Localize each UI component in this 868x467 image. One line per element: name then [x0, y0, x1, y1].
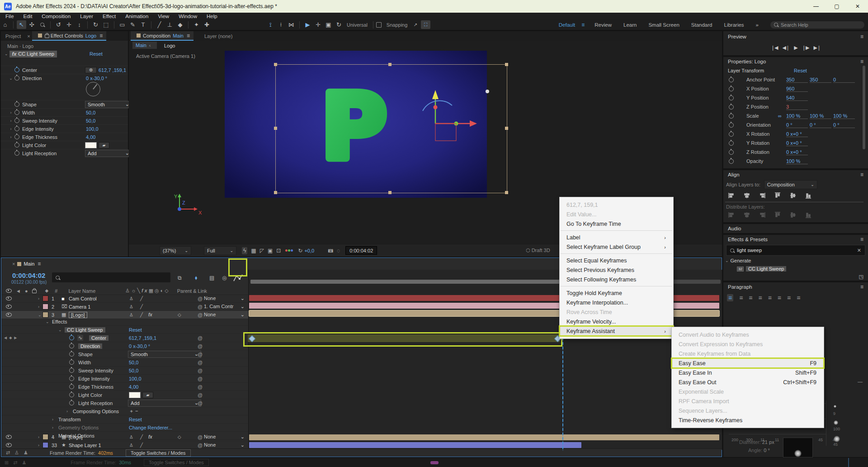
draft-3d-toggle[interactable]: ⬡ Draft 3D: [526, 248, 550, 253]
property-value[interactable]: 350: [810, 77, 831, 83]
preview-time-indicator[interactable]: 0:00:04:02: [345, 246, 377, 255]
property-row-x-rotation[interactable]: X Rotation0 x+0 °: [723, 129, 868, 138]
snapping-label[interactable]: Snapping: [387, 22, 408, 28]
panel-menu-icon[interactable]: ≡: [38, 261, 41, 267]
stopwatch-icon[interactable]: [69, 384, 74, 389]
pick-whip-icon[interactable]: @: [198, 312, 203, 318]
group-action-link[interactable]: Reset: [129, 417, 142, 422]
hand-tool-icon[interactable]: ✣: [27, 20, 37, 29]
value-graph-icon[interactable]: ∿: [77, 335, 83, 341]
workspace-overflow-icon[interactable]: »: [756, 22, 759, 28]
eye-icon[interactable]: [6, 313, 12, 317]
paragraph-align-icon-6[interactable]: ≡: [787, 294, 791, 301]
reset-exposure-icon[interactable]: ↻: [298, 248, 302, 254]
stopwatch-icon[interactable]: [14, 143, 19, 148]
stopwatch-icon[interactable]: [14, 110, 19, 115]
brush-size[interactable]: 45: [833, 442, 838, 447]
property-row-z-rotation[interactable]: Z Rotation0 x+0 °: [723, 148, 868, 157]
stopwatch-icon[interactable]: [69, 360, 74, 365]
paragraph-align-icon-2[interactable]: ≡: [749, 294, 752, 301]
workspace-menu-icon[interactable]: ≡: [581, 22, 585, 28]
cube-3d-switch-icon[interactable]: ◇: [178, 434, 181, 439]
property-value[interactable]: 612,7 ,159,1: [129, 335, 156, 341]
anchor-switch-icon[interactable]: ♙: [129, 304, 133, 309]
eyedropper-icon[interactable]: ▰: [99, 142, 109, 148]
menu-item-select-equal-keyframes[interactable]: Select Equal Keyframes: [560, 256, 673, 265]
stopwatch-icon[interactable]: [14, 76, 19, 81]
pick-whip-icon[interactable]: @: [198, 392, 203, 398]
paragraph-align-icon-4[interactable]: ≡: [768, 294, 772, 301]
play-icon[interactable]: ▶: [794, 45, 797, 51]
timeline-prop-direction[interactable]: Direction0 x-30,0 °@: [1, 342, 248, 350]
fast-previews-icon[interactable]: ϟ: [242, 247, 247, 254]
track-bar-layer-4[interactable]: [249, 434, 719, 440]
layer-color-swatch[interactable]: [42, 295, 48, 301]
view-axis-mode-icon[interactable]: ⋈: [287, 20, 296, 29]
quality-switch-icon[interactable]: ╱: [140, 296, 143, 301]
workspace-review[interactable]: Review: [594, 22, 612, 28]
effect-property-sweep-intensity[interactable]: ›Sweep Intensity50,0: [1, 116, 128, 124]
composition-marker-icon[interactable]: ⇄: [6, 450, 10, 456]
property-label[interactable]: Sweep Intensity: [78, 368, 113, 373]
menu-item-select-previous-keyframes[interactable]: Select Previous Keyframes: [560, 265, 673, 275]
world-axis-mode-icon[interactable]: ⟊: [276, 20, 286, 29]
property-value[interactable]: 50,0: [129, 368, 138, 373]
eraser-tool-icon[interactable]: ◆: [175, 20, 185, 29]
property-value[interactable]: 960: [786, 86, 808, 92]
property-row-opacity[interactable]: Opacity100 %: [723, 157, 868, 166]
stopwatch-icon[interactable]: [69, 392, 74, 397]
fx-switch-icon[interactable]: fx: [148, 312, 152, 317]
layer-name-column-label[interactable]: Layer Name: [68, 288, 95, 294]
timeline-prop-effects[interactable]: ⌄Effects: [1, 318, 248, 326]
pick-whip-icon[interactable]: @: [198, 352, 203, 357]
stopwatch-icon[interactable]: [69, 352, 74, 357]
menubar-item-help[interactable]: Help: [207, 14, 217, 19]
distribute-icon-4[interactable]: [789, 211, 797, 219]
properties-panel-header[interactable]: Properties: Logo ≡: [723, 57, 868, 66]
property-dropdown[interactable]: Add⌄: [128, 400, 201, 407]
brush-size[interactable]: 100: [833, 427, 840, 431]
current-time-display[interactable]: 0:00:04:02: [12, 272, 45, 279]
pick-whip-icon[interactable]: @: [198, 296, 203, 301]
layer-color-swatch[interactable]: [42, 312, 48, 318]
brush-size[interactable]: 200: [731, 438, 738, 442]
parent-dropdown[interactable]: None⌄: [204, 295, 245, 301]
menubar-item-animation[interactable]: Animation: [125, 14, 148, 19]
expander-icon[interactable]: ›: [38, 443, 42, 448]
snapping-checkbox[interactable]: [376, 22, 382, 28]
anchor-switch-icon[interactable]: ♙: [129, 434, 133, 439]
stopwatch-icon[interactable]: [729, 132, 734, 137]
timeline-prop-geometry-options[interactable]: ›Geometry OptionsChange Renderer...: [1, 424, 248, 432]
stopwatch-icon[interactable]: [69, 335, 74, 340]
toggle-switches-modes-button[interactable]: Toggle Switches / Modes: [126, 449, 191, 457]
panel-menu-icon[interactable]: ≡: [860, 284, 863, 290]
brush-size[interactable]: 45: [818, 438, 823, 442]
group-label[interactable]: Compositing Options: [73, 409, 119, 414]
property-value[interactable]: 100,0: [129, 376, 142, 381]
stopwatch-icon[interactable]: [729, 141, 734, 146]
layer-color-swatch[interactable]: [42, 442, 48, 448]
effect-property-light-reception[interactable]: Light ReceptionAdd⌄: [1, 149, 128, 157]
parent-dropdown[interactable]: 1. Cam Contr⌄: [204, 304, 245, 310]
draft-3d-timeline-icon[interactable]: ⬧: [195, 275, 197, 281]
paragraph-align-icon-7[interactable]: ≡: [797, 294, 800, 301]
pick-whip-icon[interactable]: @: [198, 360, 203, 365]
expander-icon[interactable]: ›: [7, 119, 14, 123]
property-label[interactable]: Direction: [78, 343, 102, 349]
menu-item-easy-ease-out[interactable]: Easy Ease OutCtrl+Shift+F9: [672, 377, 824, 387]
parent-dropdown[interactable]: None⌄: [204, 312, 245, 318]
fx-switch-icon[interactable]: fx: [148, 434, 152, 439]
transform-reset-link[interactable]: Reset: [794, 68, 807, 73]
property-label[interactable]: Center: [89, 335, 108, 341]
paragraph-align-icon-0[interactable]: ≡: [727, 294, 733, 301]
snapshot-icon[interactable]: 📷︎: [328, 248, 333, 254]
menu-item-toggle-hold-keyframe[interactable]: Toggle Hold Keyframe: [560, 288, 673, 298]
property-row-x-position[interactable]: X Position960: [723, 84, 868, 93]
menu-item-keyframe-assistant[interactable]: Keyframe Assistant›: [560, 326, 673, 336]
property-value[interactable]: 100 %: [810, 113, 831, 119]
menubar-item-layer[interactable]: Layer: [80, 14, 93, 19]
expander-icon[interactable]: ⌄: [58, 328, 62, 332]
property-value[interactable]: 50,0: [86, 110, 95, 115]
exposure-value[interactable]: +0,0: [304, 248, 314, 253]
stopwatch-icon[interactable]: [69, 376, 74, 381]
